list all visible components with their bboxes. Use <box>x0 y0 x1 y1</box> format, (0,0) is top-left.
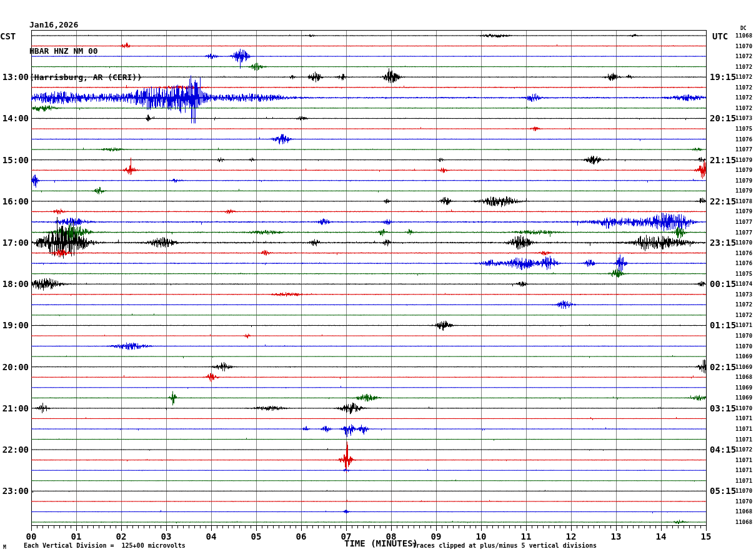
dc-value: 11077 <box>735 229 756 236</box>
dc-value: 11075 <box>735 126 756 132</box>
dc-value: 11068 <box>735 508 756 515</box>
dc-value: 11079 <box>735 157 756 163</box>
plot-header: Jan16,2026 HBAR HNZ NM 00 (Harrisburg, A… <box>29 3 142 91</box>
dc-value: 11072 <box>735 84 756 91</box>
cst-hour-label: 16:00 <box>0 196 29 206</box>
dc-value: 11070 <box>735 488 756 494</box>
minute-tick-label: 10 <box>470 532 492 541</box>
minute-tick-label: 03 <box>155 532 177 541</box>
minute-tick-label: 05 <box>245 532 267 541</box>
cst-hour-label: 14:00 <box>0 113 29 123</box>
dc-value: 11079 <box>735 208 756 214</box>
dc-value: 11074 <box>735 281 756 287</box>
header-station-location: (Harrisburg, AR (CERI)) <box>29 73 142 82</box>
utc-axis-header: UTC <box>712 31 728 41</box>
dc-value: 11072 <box>735 53 756 59</box>
cst-hour-label: 23:00 <box>0 486 29 496</box>
cst-hour-label: 21:00 <box>0 403 29 413</box>
cst-hour-label: 17:00 <box>0 238 29 248</box>
dc-value: 11076 <box>735 136 756 143</box>
minute-tick-label: 11 <box>515 532 537 541</box>
minute-tick-label: 02 <box>110 532 132 541</box>
header-station-code: HBAR HNZ NM 00 <box>29 47 142 56</box>
dc-value: 11070 <box>735 333 756 339</box>
corner-mark: M <box>3 545 6 550</box>
header-date: Jan16,2026 <box>29 21 142 29</box>
cst-axis-header: CST <box>0 31 16 41</box>
minute-tick-label: 15 <box>695 532 717 541</box>
dc-value: 11069 <box>735 364 756 370</box>
dc-value: 11072 <box>735 94 756 101</box>
dc-value: 11071 <box>735 322 756 328</box>
dc-value: 11071 <box>735 457 756 463</box>
dc-value: 11070 <box>735 343 756 350</box>
dc-value: 11072 <box>735 312 756 318</box>
dc-value: 11072 <box>735 74 756 80</box>
dc-value: 11075 <box>735 271 756 277</box>
dc-column-header: DC <box>740 26 747 31</box>
minute-tick-label: 01 <box>65 532 87 541</box>
dc-value: 11071 <box>735 467 756 473</box>
clip-note: Traces clipped at plus/minus 5 vertical … <box>412 542 597 549</box>
cst-hour-label: 18:00 <box>0 279 29 289</box>
dc-value: 11072 <box>735 105 756 111</box>
dc-value: 11069 <box>735 353 756 360</box>
dc-value: 11079 <box>735 178 756 184</box>
cst-hour-label: 20:00 <box>0 362 29 372</box>
x-axis-title: TIME (MINUTES) <box>337 538 425 548</box>
dc-value: 11068 <box>735 374 756 380</box>
dc-value: 11068 <box>735 519 756 525</box>
dc-value: 11077 <box>735 146 756 153</box>
minute-tick-label: 06 <box>290 532 312 541</box>
dc-value: 11077 <box>735 219 756 225</box>
dc-value: 11069 <box>735 385 756 391</box>
dc-value: 11073 <box>735 115 756 121</box>
dc-value: 11079 <box>735 167 756 173</box>
minute-tick-label: 04 <box>200 532 222 541</box>
cst-hour-label: 15:00 <box>0 155 29 165</box>
cst-hour-label: 22:00 <box>0 445 29 455</box>
dc-value: 11076 <box>735 260 756 266</box>
dc-value: 11071 <box>735 478 756 484</box>
dc-value: 11078 <box>735 198 756 204</box>
dc-value: 11072 <box>735 64 756 70</box>
minute-tick-label: 00 <box>20 532 42 541</box>
dc-value: 11071 <box>735 436 756 443</box>
minute-tick-label: 09 <box>425 532 447 541</box>
minute-tick-label: 13 <box>605 532 627 541</box>
dc-value: 11072 <box>735 446 756 453</box>
dc-value: 11070 <box>735 43 756 49</box>
cst-hour-label: 13:00 <box>0 72 29 82</box>
dc-value: 11072 <box>735 301 756 308</box>
minute-tick-label: 12 <box>560 532 582 541</box>
cst-hour-label: 19:00 <box>0 320 29 330</box>
dc-value: 11071 <box>735 415 756 421</box>
dc-value: 11070 <box>735 498 756 505</box>
scale-note: Each Vertical Division = 125+00 microvol… <box>24 542 186 549</box>
dc-value: 11070 <box>735 239 756 246</box>
dc-value: 11073 <box>735 291 756 298</box>
dc-value: 11069 <box>735 395 756 401</box>
minute-tick-label: 14 <box>650 532 672 541</box>
dc-value: 11076 <box>735 250 756 256</box>
dc-value: 11068 <box>735 33 756 39</box>
dc-value: 11070 <box>735 405 756 411</box>
dc-value: 11071 <box>735 426 756 432</box>
dc-value: 11079 <box>735 188 756 194</box>
